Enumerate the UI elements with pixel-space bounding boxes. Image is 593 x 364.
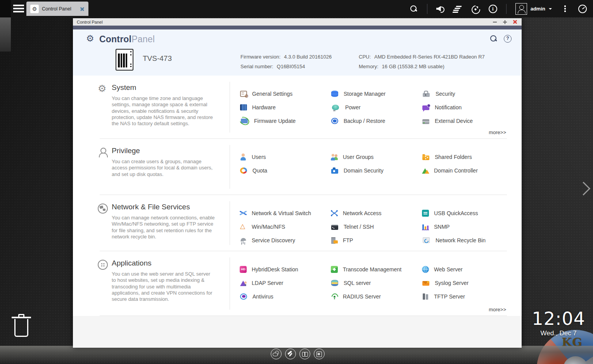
tab-control-panel[interactable]: Control Panel bbox=[26, 2, 88, 16]
link-network-virtual-switch[interactable]: Network & Virtual Switch bbox=[240, 206, 331, 220]
link-quota[interactable]: Quota bbox=[240, 164, 331, 177]
link-general-settings[interactable]: General Settings bbox=[240, 87, 331, 100]
link-users[interactable]: Users bbox=[240, 150, 331, 164]
user-avatar-icon bbox=[515, 3, 527, 15]
link-snmp[interactable]: SNMP bbox=[422, 220, 513, 233]
power-icon bbox=[332, 105, 339, 110]
link-hardware[interactable]: Hardware bbox=[240, 100, 331, 114]
link-storage-manager[interactable]: Storage Manager bbox=[331, 87, 422, 100]
user-menu[interactable]: admin bbox=[515, 3, 552, 15]
section-applications-summary: Applications You can use the web server … bbox=[73, 251, 230, 316]
link-hybriddesk-station[interactable]: HybridDesk Station bbox=[240, 262, 331, 276]
links-column: General Settings Hardware Firmware Updat… bbox=[240, 87, 331, 139]
telnet-ssh-icon bbox=[331, 225, 338, 230]
window-accent-bar bbox=[73, 26, 522, 29]
utilities-icon[interactable] bbox=[285, 348, 296, 359]
device-model: TVS-473 bbox=[143, 54, 172, 63]
storage-manager-icon bbox=[331, 91, 338, 97]
section-privilege: Privilege You can create users & groups,… bbox=[73, 139, 522, 195]
section-links: HybridDesk Station LDAP Server Antivirus… bbox=[230, 251, 522, 316]
link-radius-server[interactable]: RADIUS Server bbox=[331, 290, 422, 303]
network-access-icon bbox=[331, 210, 338, 217]
link-telnet-ssh[interactable]: Telnet / SSH bbox=[331, 220, 422, 233]
window-title-bar[interactable]: Control Panel bbox=[73, 18, 522, 26]
section-title: Network & File Services bbox=[112, 203, 216, 211]
trash-body bbox=[14, 319, 28, 337]
section-title: Applications bbox=[112, 259, 216, 267]
maximize-button[interactable] bbox=[502, 19, 508, 25]
minimize-button[interactable] bbox=[492, 19, 498, 25]
more-options-icon[interactable] bbox=[561, 5, 569, 13]
device-info-column: CPU: AMD Embedded R-Series RX-421BD Rade… bbox=[359, 52, 485, 71]
feedback-icon[interactable] bbox=[314, 348, 325, 359]
link-domain-controller[interactable]: Domain Controller bbox=[422, 164, 513, 177]
links-column: Transcode Management SQL server RADIUS S… bbox=[331, 262, 422, 316]
link-label: TFTP Server bbox=[434, 293, 465, 300]
link-syslog-server[interactable]: Syslog Server bbox=[422, 276, 513, 290]
link-label: Syslog Server bbox=[435, 280, 469, 286]
ldap-server-icon bbox=[240, 279, 247, 286]
link-label: Quota bbox=[252, 167, 267, 174]
link-external-device[interactable]: External Device bbox=[422, 114, 513, 128]
link-win-mac-nfs[interactable]: Win/Mac/NFS bbox=[240, 220, 331, 233]
link-domain-security[interactable]: Domain Security bbox=[331, 164, 422, 177]
link-sql-server[interactable]: SQL server bbox=[331, 276, 422, 290]
window-header: ControlPanel TVS-473 Firmware version: 4… bbox=[73, 29, 522, 76]
links-column: Network & Virtual Switch Win/Mac/NFS Ser… bbox=[240, 206, 331, 251]
security-icon bbox=[423, 93, 430, 97]
link-ftp[interactable]: FTP bbox=[331, 233, 422, 247]
link-antivirus[interactable]: Antivirus bbox=[240, 290, 331, 303]
sql-server-icon bbox=[331, 280, 338, 286]
notifications-icon[interactable] bbox=[471, 5, 480, 13]
applications-more-link[interactable]: more>> bbox=[489, 307, 506, 312]
link-label: SQL server bbox=[344, 280, 371, 286]
myqnapcloud-icon[interactable] bbox=[271, 348, 282, 359]
link-firmware-update[interactable]: Firmware Update bbox=[240, 114, 331, 128]
link-security[interactable]: Security bbox=[422, 87, 513, 100]
link-tftp-server[interactable]: TFTP Server bbox=[422, 290, 513, 303]
link-usb-quickaccess[interactable]: USB QuickAccess bbox=[422, 206, 513, 220]
link-label: Notification bbox=[435, 104, 462, 110]
link-network-recycle-bin[interactable]: Network Recycle Bin bbox=[422, 233, 513, 247]
trash-lid bbox=[12, 317, 31, 318]
close-button[interactable] bbox=[512, 19, 518, 25]
links-column: User Groups Domain Security bbox=[331, 150, 422, 195]
volume-icon[interactable] bbox=[436, 5, 445, 13]
header-search-icon[interactable] bbox=[490, 35, 498, 43]
link-label: HybridDesk Station bbox=[252, 266, 298, 273]
link-notification[interactable]: Notification bbox=[422, 100, 513, 114]
main-menu-icon[interactable] bbox=[13, 5, 24, 12]
section-network-file-services: Network & File Services You can manage n… bbox=[73, 195, 522, 251]
section-description: You can change time zone and language se… bbox=[112, 95, 216, 127]
link-web-server[interactable]: Web Server bbox=[422, 262, 513, 276]
link-ldap-server[interactable]: LDAP Server bbox=[240, 276, 331, 290]
privilege-section-icon bbox=[98, 147, 108, 157]
antivirus-icon bbox=[240, 293, 247, 300]
link-label: Shared Folders bbox=[435, 154, 472, 160]
control-panel-gear-icon bbox=[86, 33, 94, 44]
link-service-discovery[interactable]: Service Discovery bbox=[240, 233, 331, 247]
search-icon[interactable] bbox=[410, 5, 418, 13]
link-power[interactable]: Power bbox=[331, 100, 422, 114]
link-user-groups[interactable]: User Groups bbox=[331, 150, 422, 164]
resource-monitor-icon[interactable] bbox=[578, 5, 587, 13]
link-label: Telnet / SSH bbox=[344, 224, 374, 230]
help-icon[interactable] bbox=[504, 35, 512, 43]
link-label: RADIUS Server bbox=[343, 293, 381, 300]
guide-icon[interactable] bbox=[299, 348, 310, 359]
link-label: Backup / Restore bbox=[344, 118, 385, 124]
shared-folders-icon bbox=[422, 155, 429, 160]
link-transcode-management[interactable]: Transcode Management bbox=[331, 262, 422, 276]
section-links: General Settings Hardware Firmware Updat… bbox=[230, 76, 522, 139]
domain-controller-icon bbox=[422, 167, 429, 174]
trash-icon[interactable] bbox=[12, 314, 31, 339]
tab-close-icon[interactable] bbox=[80, 7, 85, 11]
info-icon[interactable] bbox=[489, 5, 497, 13]
section-description: You can use the web server and SQL serve… bbox=[112, 271, 216, 302]
link-backup-restore[interactable]: Backup / Restore bbox=[331, 114, 422, 128]
snmp-icon bbox=[422, 223, 429, 230]
system-more-link[interactable]: more>> bbox=[489, 129, 506, 135]
background-tasks-icon[interactable] bbox=[454, 5, 462, 13]
link-shared-folders[interactable]: Shared Folders bbox=[422, 150, 513, 164]
link-network-access[interactable]: Network Access bbox=[331, 206, 422, 220]
